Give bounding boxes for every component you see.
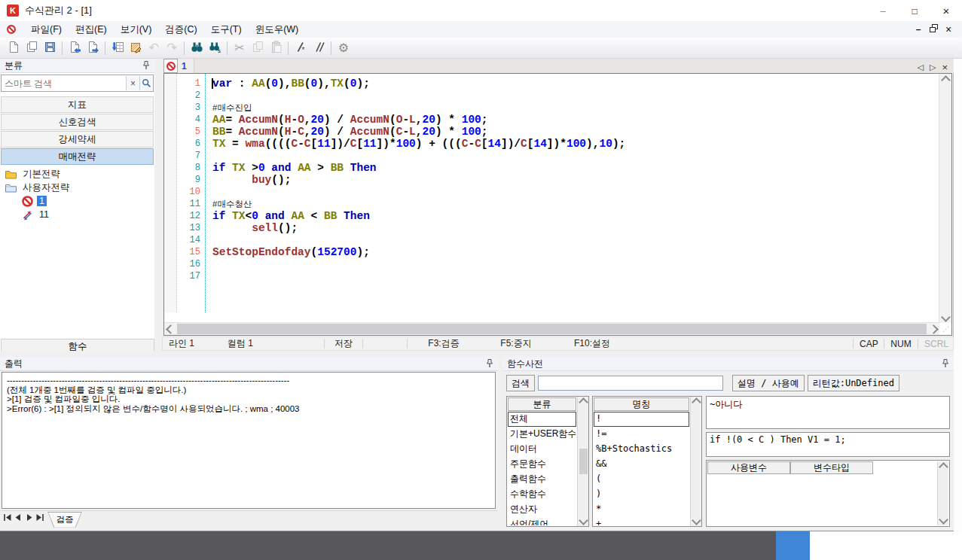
code-lines[interactable]: var : AA(0),BB(0),TX(0); #매수진입AA= AccumN…: [212, 78, 936, 282]
horizontal-splitter[interactable]: [0, 351, 954, 357]
category-list-item[interactable]: 데이터: [508, 442, 576, 457]
toolbar-button[interactable]: [188, 39, 206, 57]
toolbar-button[interactable]: [59, 39, 66, 57]
toolbar-button[interactable]: [102, 39, 108, 57]
category-list-item[interactable]: 선언/제어: [508, 517, 576, 525]
name-list-item[interactable]: &&: [594, 457, 689, 472]
toolbar-button[interactable]: ↶: [145, 39, 163, 57]
mdi-control-button[interactable]: –: [911, 23, 926, 35]
description-usage-button[interactable]: 설명 / 사용예: [732, 375, 805, 391]
category-button[interactable]: 강세약세: [1, 131, 154, 148]
toolbar-button[interactable]: s: [206, 39, 224, 57]
menu-item[interactable]: 검증(C): [158, 21, 203, 38]
toolbar-button[interactable]: [84, 39, 102, 57]
window-control-button[interactable]: □: [899, 0, 930, 21]
toolbar-button[interactable]: ↷: [163, 39, 181, 57]
mdi-control-button[interactable]: [926, 23, 941, 35]
tree-item[interactable]: 1: [5, 194, 154, 208]
scroll-up-icon[interactable]: [579, 397, 588, 407]
toolbar-button[interactable]: [41, 39, 59, 57]
toolbar-button[interactable]: [66, 39, 84, 57]
toolbar-button[interactable]: [249, 39, 267, 57]
output-log[interactable]: ----------------------------------------…: [2, 372, 496, 509]
toolbar-button[interactable]: ✂: [231, 39, 249, 57]
window-control-button[interactable]: ×: [930, 0, 962, 21]
nav-button[interactable]: [34, 514, 44, 525]
category-button[interactable]: 지표: [1, 96, 154, 113]
toolbar-button[interactable]: ⚙: [334, 39, 353, 57]
resize-grip[interactable]: ⋰: [941, 324, 951, 334]
tab-close-icon[interactable]: ×: [942, 62, 948, 73]
scrollbar-thumb[interactable]: [177, 324, 927, 334]
toolbar-button[interactable]: [328, 39, 334, 57]
dictionary-search-button[interactable]: 검색: [506, 375, 535, 391]
category-button[interactable]: 신호검색: [1, 114, 154, 130]
menu-item[interactable]: 도구(T): [204, 21, 249, 38]
menu-item[interactable]: 보기(V): [114, 21, 159, 38]
category-list-item[interactable]: 수학함수: [508, 487, 576, 502]
category-list-scrollbar[interactable]: [577, 397, 588, 526]
scroll-down-icon[interactable]: [579, 516, 588, 525]
used-variables-column-header[interactable]: 사용변수: [707, 461, 790, 474]
name-list-item[interactable]: %B+Stochastics: [594, 442, 689, 457]
mdi-control-button[interactable]: ×: [941, 23, 956, 35]
name-list-item[interactable]: (: [594, 472, 689, 487]
dictionary-category-list[interactable]: 분류 전체기본+USER함수데이터주문함수출력함수수학함수연산자선언/제어: [506, 396, 589, 527]
editor-tab[interactable]: 1: [162, 59, 194, 73]
tree-item[interactable]: 기본전략: [5, 167, 154, 181]
menu-item[interactable]: 파일(F): [24, 21, 69, 38]
pin-icon[interactable]: [484, 358, 495, 369]
tree-item[interactable]: 11: [5, 208, 154, 221]
category-list-item[interactable]: 전체: [508, 412, 576, 427]
scroll-down-icon[interactable]: [939, 515, 948, 525]
category-list-item[interactable]: 출력함수: [508, 472, 576, 487]
code-editor[interactable]: 1234567891011121314151617 var : AA(0),BB…: [163, 73, 952, 336]
name-list-item[interactable]: !: [594, 412, 689, 427]
dictionary-search-input[interactable]: [538, 376, 723, 391]
tab-scroll-right-icon[interactable]: ▷: [930, 62, 936, 72]
scrollbar-thumb[interactable]: [579, 449, 588, 474]
smart-search-input[interactable]: [2, 77, 126, 90]
toolbar-button[interactable]: [285, 39, 292, 57]
toolbar-button[interactable]: [310, 39, 328, 57]
scroll-down-icon[interactable]: [692, 516, 701, 525]
toolbar-button[interactable]: [5, 39, 23, 57]
output-tab-verify[interactable]: 검증: [47, 512, 82, 528]
taskbar-active-app[interactable]: [776, 531, 810, 560]
toolbar-button[interactable]: [224, 39, 231, 57]
category-list-item[interactable]: 연산자: [508, 502, 576, 517]
category-button[interactable]: 매매전략: [1, 148, 154, 165]
scroll-right-icon[interactable]: [927, 323, 939, 335]
tab-scroll-left-icon[interactable]: ◁: [917, 62, 923, 72]
toolbar-button[interactable]: [267, 39, 285, 57]
menu-item[interactable]: 편집(E): [69, 21, 114, 38]
search-icon[interactable]: [139, 76, 153, 90]
scroll-up-icon[interactable]: [692, 397, 701, 407]
scroll-down-icon[interactable]: [939, 311, 951, 323]
tree-item[interactable]: 사용자전략: [5, 181, 154, 194]
toolbar-button[interactable]: [108, 39, 127, 57]
pin-icon[interactable]: [940, 358, 951, 369]
editor-horizontal-scrollbar[interactable]: [164, 322, 939, 335]
category-list-item[interactable]: 기본+USER함수: [508, 427, 576, 442]
toolbar-button[interactable]: [127, 39, 145, 57]
scroll-up-icon[interactable]: [939, 74, 951, 86]
name-list-scrollbar[interactable]: [690, 397, 701, 526]
variables-table-scrollbar[interactable]: [937, 461, 948, 525]
name-list-item[interactable]: *: [594, 502, 689, 517]
name-list-item[interactable]: ): [594, 487, 689, 502]
scroll-up-icon[interactable]: [939, 462, 948, 472]
toolbar-button[interactable]: [181, 39, 188, 57]
variable-type-column-header[interactable]: 변수타입: [790, 461, 873, 474]
search-clear-button[interactable]: ×: [126, 76, 139, 90]
toolbar-button[interactable]: [23, 39, 41, 57]
menu-item[interactable]: 윈도우(W): [249, 21, 306, 38]
dictionary-name-list[interactable]: 명칭 !!=%B+Stochastics&&()*+: [592, 396, 702, 527]
category-list-item[interactable]: 주문함수: [508, 457, 576, 472]
name-list-item[interactable]: +: [594, 517, 689, 525]
pin-icon[interactable]: [141, 60, 151, 71]
window-control-button[interactable]: –: [867, 0, 899, 21]
scroll-left-icon[interactable]: [164, 323, 176, 335]
toolbar-button[interactable]: *: [292, 39, 310, 57]
name-list-item[interactable]: !=: [594, 427, 689, 442]
